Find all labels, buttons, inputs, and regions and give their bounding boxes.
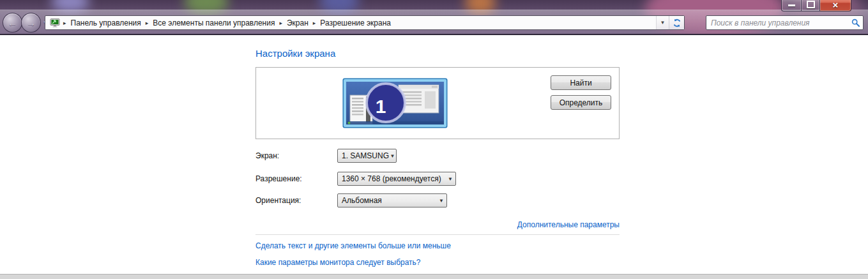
- screen-label: Экран:: [255, 151, 279, 160]
- orientation-dropdown-value: Альбомная: [338, 196, 436, 205]
- page-title: Настройки экрана: [255, 48, 335, 59]
- monitor-preview-graphic[interactable]: [342, 78, 448, 128]
- refresh-icon: [673, 19, 681, 27]
- resolution-dropdown[interactable]: 1360 × 768 (рекомендуется) ▼: [337, 172, 456, 186]
- identify-button[interactable]: Определить: [551, 95, 611, 110]
- breadcrumb-item-all-items[interactable]: Все элементы панели управления: [150, 19, 277, 27]
- resolution-label: Разрешение:: [255, 174, 302, 183]
- close-button[interactable]: ×: [820, 0, 851, 11]
- back-button[interactable]: ←: [3, 13, 22, 33]
- content-area: Настройки экрана: [0, 35, 868, 274]
- maximize-icon: [807, 1, 815, 8]
- breadcrumb: ▸ Панель управления ▸ Все элементы панел…: [45, 16, 656, 29]
- monitor-number: 1: [368, 91, 393, 123]
- address-bar[interactable]: ▸ Панель управления ▸ Все элементы панел…: [45, 15, 685, 30]
- taskbar-edge: [0, 274, 868, 279]
- screen-dropdown[interactable]: 1. SAMSUNG ▼: [337, 149, 397, 163]
- window-caption-buttons: ×: [781, 0, 851, 11]
- orientation-label: Ориентация:: [255, 196, 301, 205]
- which-display-settings-link[interactable]: Какие параметры монитора следует выбрать…: [255, 258, 421, 267]
- nav-buttons: ← → ▼: [3, 13, 48, 33]
- forward-arrow-icon: →: [26, 18, 36, 27]
- back-arrow-icon: ←: [8, 18, 17, 27]
- breadcrumb-separator-icon: ▸: [61, 20, 68, 26]
- chevron-down-icon: ▼: [389, 153, 396, 159]
- breadcrumb-item-display[interactable]: Экран: [284, 19, 311, 27]
- detect-button[interactable]: Найти: [551, 75, 611, 90]
- chevron-down-icon: ▼: [660, 20, 666, 26]
- resolution-dropdown-value: 1360 × 768 (рекомендуется): [338, 174, 445, 183]
- search-icon: [851, 19, 860, 27]
- screen-dropdown-value: 1. SAMSUNG: [338, 151, 389, 160]
- chevron-down-icon: ▼: [436, 198, 446, 204]
- maximize-button[interactable]: [801, 0, 820, 11]
- monitor-preview-panel: 1 Найти Определить: [255, 67, 620, 139]
- chevron-down-icon: ▼: [445, 176, 455, 182]
- close-icon: ×: [833, 0, 839, 10]
- breadcrumb-separator-icon: ▸: [311, 20, 318, 26]
- make-text-larger-link[interactable]: Сделать текст и другие элементы больше и…: [255, 241, 451, 250]
- minimize-button[interactable]: [781, 0, 801, 11]
- breadcrumb-separator-icon: ▸: [277, 20, 284, 26]
- orientation-dropdown[interactable]: Альбомная ▼: [337, 193, 447, 207]
- breadcrumb-item-control-panel[interactable]: Панель управления: [68, 19, 144, 27]
- search-button[interactable]: [848, 19, 863, 27]
- minimize-icon: [788, 4, 795, 6]
- section-divider: [255, 234, 620, 235]
- advanced-settings-link[interactable]: Дополнительные параметры: [517, 220, 620, 229]
- display-icon: [50, 19, 60, 27]
- breadcrumb-separator-icon: ▸: [144, 20, 151, 26]
- forward-button[interactable]: →: [21, 13, 41, 33]
- refresh-button[interactable]: [669, 16, 684, 29]
- breadcrumb-item-screen-resolution[interactable]: Разрешение экрана: [317, 19, 393, 27]
- search-box: [706, 15, 864, 30]
- address-dropdown-button[interactable]: ▼: [656, 16, 669, 29]
- search-input[interactable]: [706, 19, 848, 27]
